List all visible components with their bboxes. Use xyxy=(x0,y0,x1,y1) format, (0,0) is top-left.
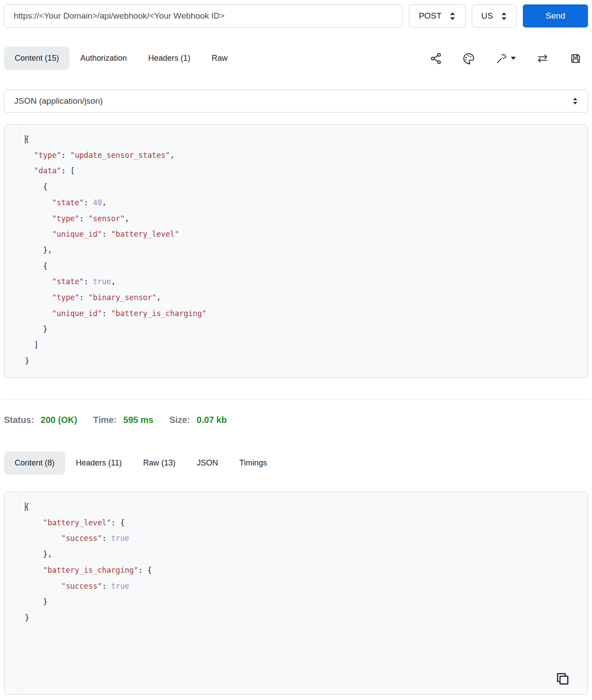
send-button[interactable]: Send xyxy=(523,4,588,27)
method-select[interactable]: POST xyxy=(409,4,466,27)
response-tabs: Content (8) Headers (11) Raw (13) JSON T… xyxy=(4,451,278,475)
magic-wand-icon xyxy=(495,52,508,65)
theme-button[interactable] xyxy=(463,52,475,65)
request-bar: POST US Send xyxy=(4,4,588,27)
status-bar: Status: 200 (OK) Time: 595 ms Size: 0.07… xyxy=(4,411,588,428)
content-type-select[interactable]: JSON (application/json) xyxy=(4,90,588,113)
request-toolbar xyxy=(430,52,582,65)
tab-request-authorization[interactable]: Authorization xyxy=(70,47,137,70)
status-label: Status: xyxy=(4,411,34,428)
tab-request-content[interactable]: Content (15) xyxy=(4,47,70,70)
request-tabs-row: Content (15) Authorization Headers (1) R… xyxy=(4,47,588,70)
editor-gutter xyxy=(4,125,19,377)
request-tabs: Content (15) Authorization Headers (1) R… xyxy=(4,47,238,70)
tab-response-content[interactable]: Content (8) xyxy=(4,451,65,475)
response-body-code: { "battery_level": { "success": true }, … xyxy=(25,499,585,626)
section-divider xyxy=(2,399,590,399)
updown-arrows-icon xyxy=(449,12,456,20)
editor-gutter xyxy=(4,492,19,694)
request-body-code: { "type": "update_sensor_states", "data"… xyxy=(25,132,585,369)
chevron-down-icon xyxy=(511,57,516,60)
updown-arrows-icon xyxy=(501,12,507,20)
tab-response-timings[interactable]: Timings xyxy=(229,451,278,475)
tab-response-raw[interactable]: Raw (13) xyxy=(133,451,186,475)
tab-request-raw[interactable]: Raw xyxy=(201,47,238,70)
request-body-editor[interactable]: { "type": "update_sensor_states", "data"… xyxy=(4,124,588,378)
save-icon xyxy=(569,52,582,65)
tab-response-headers[interactable]: Headers (11) xyxy=(65,451,133,475)
copy-icon xyxy=(554,671,571,688)
time-value: 595 ms xyxy=(123,411,153,428)
updown-arrows-icon xyxy=(572,98,578,105)
size-value: 0.07 kb xyxy=(197,411,227,428)
tab-request-headers[interactable]: Headers (1) xyxy=(137,47,201,70)
region-select[interactable]: US xyxy=(472,4,517,27)
time-label: Time: xyxy=(93,411,117,428)
status-value: 200 (OK) xyxy=(41,411,77,428)
share-icon xyxy=(430,52,442,65)
size-label: Size: xyxy=(169,411,190,428)
content-type-row: JSON (application/json) xyxy=(4,90,588,113)
response-body-viewer[interactable]: { "battery_level": { "success": true }, … xyxy=(4,492,588,695)
transfer-button[interactable] xyxy=(536,52,549,65)
region-select-value: US xyxy=(481,11,493,21)
beautify-menu-button[interactable] xyxy=(495,52,516,65)
copy-response-button[interactable] xyxy=(554,671,571,689)
palette-icon xyxy=(463,52,475,65)
save-button[interactable] xyxy=(569,52,582,65)
share-button[interactable] xyxy=(430,52,442,65)
transfer-arrows-icon xyxy=(536,52,549,65)
url-input[interactable] xyxy=(4,4,403,27)
tab-response-json[interactable]: JSON xyxy=(186,451,229,475)
method-select-value: POST xyxy=(419,11,442,21)
content-type-value: JSON (application/json) xyxy=(14,96,103,106)
response-tabs-row: Content (8) Headers (11) Raw (13) JSON T… xyxy=(4,451,588,475)
